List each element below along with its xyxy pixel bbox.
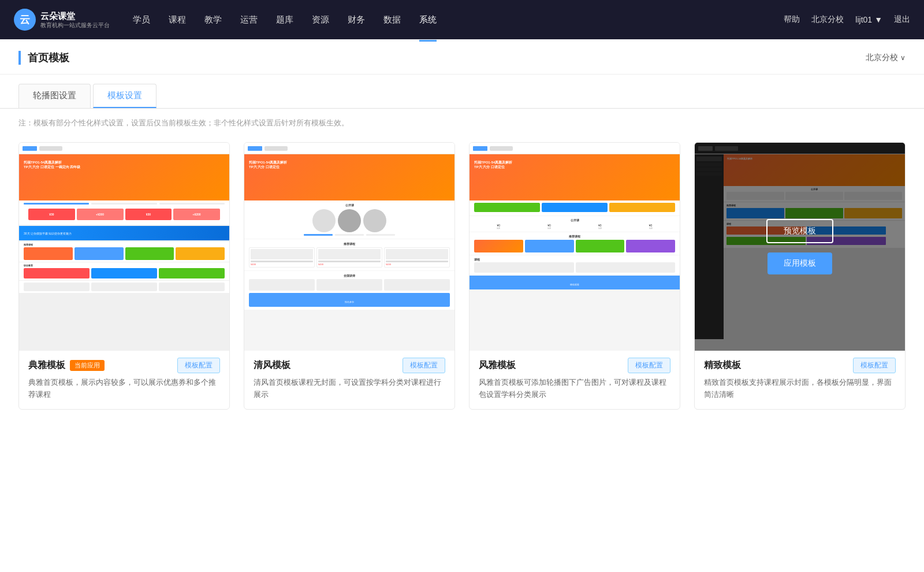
nav-item-finance[interactable]: 财务: [348, 12, 365, 28]
nav-item-operation[interactable]: 运营: [240, 12, 258, 28]
user-menu[interactable]: lijt01 ▼: [855, 15, 882, 24]
preview-button-3[interactable]: 预览模板: [541, 219, 608, 243]
preview-button-1[interactable]: 预览模板: [91, 219, 158, 243]
logo-text: 云朵课堂 教育机构一站式服务云平台: [40, 10, 110, 29]
nav-item-system[interactable]: 系统: [419, 12, 437, 28]
template-name-2: 清风模板: [254, 359, 290, 372]
template-info-4: 精致模板 模板配置 精致首页模板支持课程展示封面，各模板分隔明显，界面简洁清晰: [695, 351, 905, 409]
help-link[interactable]: 帮助: [784, 14, 800, 25]
nav-item-questions[interactable]: 题库: [276, 12, 293, 28]
branch-link[interactable]: 北京分校: [811, 14, 844, 25]
branch-selector[interactable]: 北京分校 ∨: [866, 53, 906, 63]
tabs: 轮播图设置 模板设置: [0, 75, 924, 109]
template-desc-3: 风雅首页模板可添加轮播图下广告图片，可对课程及课程包设置学科分类展示: [479, 377, 670, 401]
apply-button-1[interactable]: 应用模板: [92, 252, 157, 274]
template-preview-1: 托福TPO1-54真题及解析TP六 六分 口语定位 一碗定向 四年级 ¥30 +…: [19, 143, 229, 351]
template-card-4[interactable]: 托福TPO1-54真题及解析 公开课: [694, 142, 906, 410]
template-desc-4: 精致首页模板支持课程展示封面，各模板分隔明显，界面简洁清晰: [704, 377, 896, 401]
nav-item-courses[interactable]: 课程: [169, 12, 186, 28]
template-info-3: 风雅模板 模板配置 风雅首页模板可添加轮播图下广告图片，可对课程及课程包设置学科…: [470, 351, 680, 409]
template-name-1: 典雅模板: [28, 359, 65, 372]
nav-item-teaching[interactable]: 教学: [204, 12, 222, 28]
template-preview-4: 托福TPO1-54真题及解析 公开课: [695, 143, 905, 351]
apply-button-3[interactable]: 应用模板: [542, 252, 607, 274]
logo: 云 云朵课堂 教育机构一站式服务云平台: [14, 9, 110, 31]
notice-text: 注：模板有部分个性化样式设置，设置后仅当前模板生效；非个性化样式设置后针对所有模…: [0, 109, 924, 138]
template-card-3[interactable]: 托福TPO1-54真题及解析TP六 六分 口语定位 公开课: [469, 142, 680, 410]
page-header: 首页模板 北京分校 ∨: [0, 39, 924, 75]
nav-item-data[interactable]: 数据: [383, 12, 401, 28]
tab-carousel[interactable]: 轮播图设置: [18, 84, 91, 108]
config-button-3[interactable]: 模板配置: [628, 358, 670, 373]
template-info-1: 典雅模板 当前应用 模板配置 典雅首页模板，展示内容较多，可以展示优惠券和多个推…: [19, 351, 229, 409]
logout-link[interactable]: 退出: [894, 14, 910, 25]
preview-button-4[interactable]: 预览模板: [766, 219, 833, 243]
template-desc-1: 典雅首页模板，展示内容较多，可以展示优惠券和多个推荐课程: [28, 377, 220, 401]
config-button-4[interactable]: 模板配置: [853, 358, 896, 373]
tag-current-1: 当前应用: [70, 360, 105, 371]
navbar: 云 云朵课堂 教育机构一站式服务云平台 学员 课程 教学 运营 题库 资源 财务…: [0, 0, 924, 39]
template-desc-2: 清风首页模板课程无封面，可设置按学科分类对课程进行展示: [254, 377, 445, 401]
apply-button-4[interactable]: 应用模板: [767, 252, 832, 274]
template-name-3: 风雅模板: [479, 359, 516, 372]
logo-icon: 云: [14, 9, 36, 31]
config-button-2[interactable]: 模板配置: [403, 358, 445, 373]
template-card-1[interactable]: 托福TPO1-54真题及解析TP六 六分 口语定位 一碗定向 四年级 ¥30 +…: [18, 142, 230, 410]
template-info-2: 清风模板 模板配置 清风首页模板课程无封面，可设置按学科分类对课程进行展示: [244, 351, 454, 409]
nav-items: 学员 课程 教学 运营 题库 资源 财务 数据 系统: [133, 12, 784, 28]
config-button-1[interactable]: 模板配置: [177, 358, 220, 373]
page-title: 首页模板: [18, 51, 69, 65]
template-overlay-4: 预览模板 应用模板: [695, 143, 905, 351]
template-preview-3: 托福TPO1-54真题及解析TP六 六分 口语定位 公开课: [470, 143, 680, 351]
template-preview-2: 托福TPO1-54真题及解析TP六 六分 口语定位 公开课: [244, 143, 454, 351]
page-container: 首页模板 北京分校 ∨ 轮播图设置 模板设置 注：模板有部分个性化样式设置，设置…: [0, 39, 924, 572]
template-card-2[interactable]: 托福TPO1-54真题及解析TP六 六分 口语定位 公开课: [244, 142, 455, 410]
nav-item-students[interactable]: 学员: [133, 12, 150, 28]
apply-button-2[interactable]: 应用模板: [317, 252, 382, 274]
nav-item-resources[interactable]: 资源: [312, 12, 329, 28]
chevron-down-icon: ∨: [900, 54, 906, 62]
template-name-4: 精致模板: [704, 359, 741, 372]
templates-grid: 托福TPO1-54真题及解析TP六 六分 口语定位 一碗定向 四年级 ¥30 +…: [0, 138, 924, 433]
tab-template[interactable]: 模板设置: [93, 84, 157, 108]
preview-button-2[interactable]: 预览模板: [316, 219, 383, 243]
nav-right: 帮助 北京分校 lijt01 ▼ 退出: [784, 14, 910, 25]
